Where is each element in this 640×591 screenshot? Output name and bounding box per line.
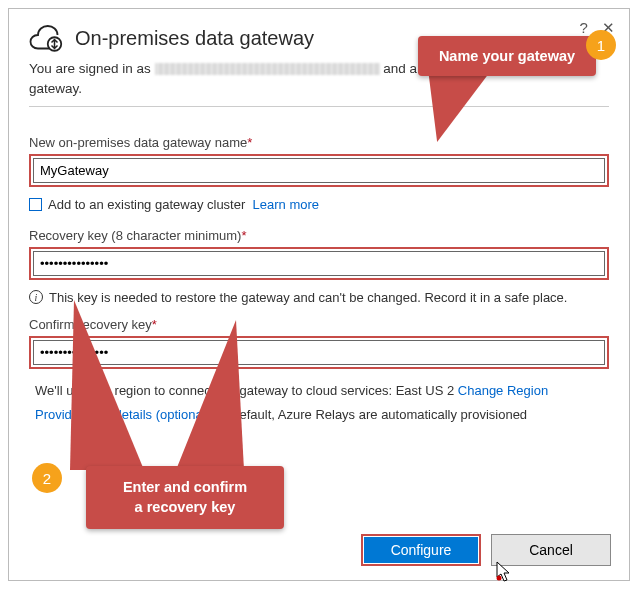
callout-2-badge: 2	[32, 463, 62, 493]
add-cluster-label: Add to an existing gateway cluster	[48, 197, 245, 212]
dialog-title: On-premises data gateway	[75, 27, 314, 50]
add-cluster-checkbox[interactable]	[29, 198, 42, 211]
configure-button[interactable]: Configure	[364, 537, 478, 563]
gateway-name-input[interactable]	[33, 158, 605, 183]
footer-buttons: Configure Cancel	[361, 534, 611, 566]
cursor-icon	[496, 561, 512, 583]
divider	[29, 106, 609, 107]
recovery-key-label: Recovery key (8 character minimum)*	[29, 228, 609, 243]
callout-1-tail	[423, 76, 487, 142]
gateway-name-label: New on-premises data gateway name*	[29, 135, 609, 150]
callout-1-badge: 1	[586, 30, 616, 60]
gateway-name-field-highlight	[29, 154, 609, 187]
signed-in-prefix: You are signed in as	[29, 61, 155, 76]
callout-2-tail-b	[70, 300, 144, 470]
relay-suffix: By default, Azure Relays are automatical…	[210, 407, 527, 422]
info-icon: i	[29, 290, 43, 304]
callout-2-tail-a	[176, 320, 244, 470]
cloud-gateway-icon	[29, 23, 65, 53]
callout-2: Enter and confirm a recovery key	[86, 466, 284, 529]
region-current: East US 2	[396, 383, 455, 398]
recovery-key-field-highlight	[29, 247, 609, 280]
help-icon[interactable]: ?	[579, 19, 587, 36]
callout-1: Name your gateway	[418, 36, 596, 76]
svg-point-1	[497, 576, 502, 581]
configure-button-highlight: Configure	[361, 534, 481, 566]
callout-2-line2: a recovery key	[135, 499, 236, 515]
recovery-key-input[interactable]	[33, 251, 605, 276]
callout-2-line1: Enter and confirm	[123, 479, 247, 495]
change-region-link[interactable]: Change Region	[458, 383, 548, 398]
blurred-email	[155, 63, 380, 75]
add-cluster-row: Add to an existing gateway cluster Learn…	[29, 197, 609, 212]
learn-more-link[interactable]: Learn more	[253, 197, 319, 212]
